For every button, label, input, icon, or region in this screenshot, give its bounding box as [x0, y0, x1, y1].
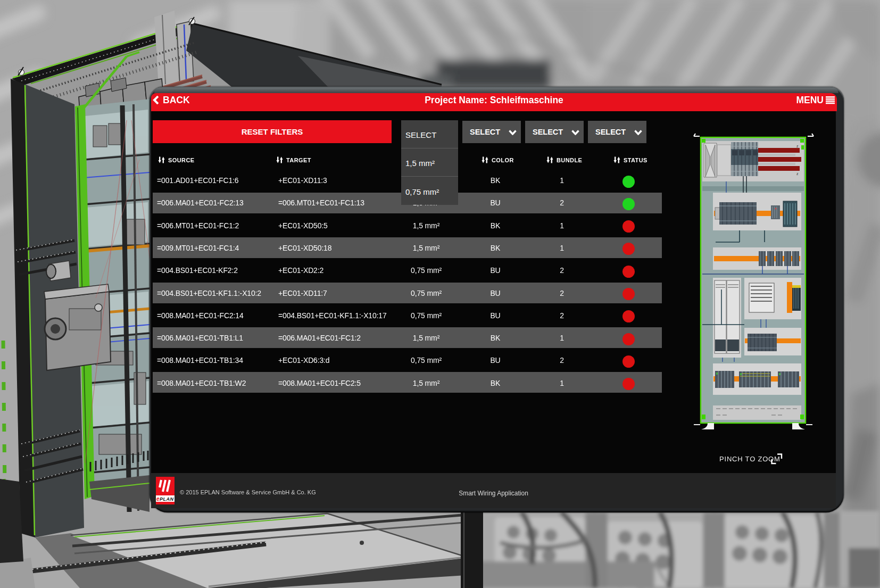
- svg-text:z: z: [796, 144, 799, 148]
- svg-text:PLAN: PLAN: [160, 496, 174, 502]
- svg-text:z: z: [796, 172, 799, 176]
